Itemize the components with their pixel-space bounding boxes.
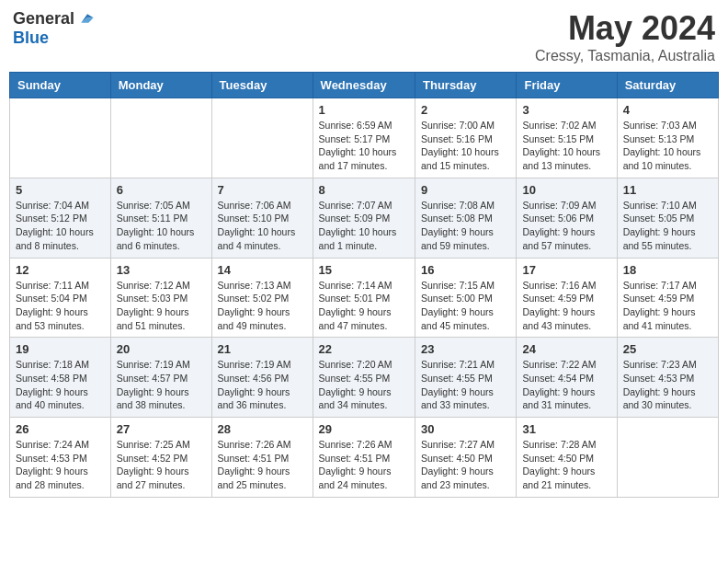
day-info: Sunrise: 7:04 AM Sunset: 5:12 PM Dayligh… [16, 199, 105, 253]
day-number: 11 [623, 183, 712, 197]
day-number: 26 [16, 422, 105, 436]
calendar-cell: 22Sunrise: 7:20 AM Sunset: 4:55 PM Dayli… [313, 338, 415, 418]
logo-blue-text: Blue [13, 29, 49, 48]
logo-bird-icon [76, 10, 95, 29]
day-number: 3 [522, 103, 610, 117]
weekday-header-wednesday: Wednesday [313, 73, 415, 98]
day-info: Sunrise: 7:27 AM Sunset: 4:50 PM Dayligh… [421, 438, 510, 492]
calendar-cell: 16Sunrise: 7:15 AM Sunset: 5:00 PM Dayli… [415, 258, 517, 338]
calendar-cell: 25Sunrise: 7:23 AM Sunset: 4:53 PM Dayli… [617, 338, 718, 418]
day-number: 29 [319, 422, 409, 436]
day-number: 7 [218, 183, 307, 197]
day-info: Sunrise: 7:23 AM Sunset: 4:53 PM Dayligh… [623, 358, 712, 412]
calendar-cell: 7Sunrise: 7:06 AM Sunset: 5:10 PM Daylig… [211, 178, 313, 258]
day-number: 22 [319, 342, 409, 356]
day-number: 28 [218, 422, 307, 436]
day-info: Sunrise: 7:26 AM Sunset: 4:51 PM Dayligh… [319, 438, 409, 492]
day-number: 13 [117, 263, 206, 277]
location-title: Cressy, Tasmania, Australia [535, 48, 715, 64]
day-info: Sunrise: 7:10 AM Sunset: 5:05 PM Dayligh… [623, 199, 712, 253]
calendar-cell: 13Sunrise: 7:12 AM Sunset: 5:03 PM Dayli… [110, 258, 211, 338]
day-info: Sunrise: 7:16 AM Sunset: 4:59 PM Dayligh… [522, 279, 610, 333]
weekday-header-monday: Monday [110, 73, 211, 98]
calendar-cell: 23Sunrise: 7:21 AM Sunset: 4:55 PM Dayli… [415, 338, 517, 418]
day-number: 21 [218, 342, 307, 356]
day-info: Sunrise: 7:28 AM Sunset: 4:50 PM Dayligh… [522, 438, 610, 492]
day-info: Sunrise: 7:17 AM Sunset: 4:59 PM Dayligh… [623, 279, 712, 333]
calendar-cell [617, 418, 718, 498]
day-info: Sunrise: 7:02 AM Sunset: 5:15 PM Dayligh… [522, 119, 610, 173]
day-info: Sunrise: 7:25 AM Sunset: 4:52 PM Dayligh… [117, 438, 206, 492]
calendar-cell: 4Sunrise: 7:03 AM Sunset: 5:13 PM Daylig… [617, 98, 718, 178]
day-info: Sunrise: 7:18 AM Sunset: 4:58 PM Dayligh… [16, 358, 105, 412]
day-info: Sunrise: 7:15 AM Sunset: 5:00 PM Dayligh… [421, 279, 510, 333]
day-number: 17 [522, 263, 610, 277]
calendar-cell: 30Sunrise: 7:27 AM Sunset: 4:50 PM Dayli… [415, 418, 517, 498]
calendar-cell: 1Sunrise: 6:59 AM Sunset: 5:17 PM Daylig… [313, 98, 415, 178]
day-number: 30 [421, 422, 510, 436]
day-number: 19 [16, 342, 105, 356]
day-info: Sunrise: 7:11 AM Sunset: 5:04 PM Dayligh… [16, 279, 105, 333]
calendar-cell: 24Sunrise: 7:22 AM Sunset: 4:54 PM Dayli… [517, 338, 617, 418]
calendar-cell: 21Sunrise: 7:19 AM Sunset: 4:56 PM Dayli… [211, 338, 313, 418]
calendar-cell: 3Sunrise: 7:02 AM Sunset: 5:15 PM Daylig… [517, 98, 617, 178]
logo-general-text: General [13, 9, 74, 29]
day-info: Sunrise: 7:22 AM Sunset: 4:54 PM Dayligh… [522, 358, 610, 412]
day-info: Sunrise: 7:05 AM Sunset: 5:11 PM Dayligh… [117, 199, 206, 253]
calendar-cell: 31Sunrise: 7:28 AM Sunset: 4:50 PM Dayli… [517, 418, 617, 498]
calendar-row-5: 26Sunrise: 7:24 AM Sunset: 4:53 PM Dayli… [10, 418, 719, 498]
calendar-row-3: 12Sunrise: 7:11 AM Sunset: 5:04 PM Dayli… [10, 258, 719, 338]
calendar-cell: 12Sunrise: 7:11 AM Sunset: 5:04 PM Dayli… [10, 258, 111, 338]
calendar-row-1: 1Sunrise: 6:59 AM Sunset: 5:17 PM Daylig… [10, 98, 719, 178]
day-number: 24 [522, 342, 610, 356]
calendar-cell: 26Sunrise: 7:24 AM Sunset: 4:53 PM Dayli… [10, 418, 111, 498]
day-info: Sunrise: 6:59 AM Sunset: 5:17 PM Dayligh… [319, 119, 409, 173]
calendar-cell: 10Sunrise: 7:09 AM Sunset: 5:06 PM Dayli… [517, 178, 617, 258]
day-info: Sunrise: 7:19 AM Sunset: 4:57 PM Dayligh… [117, 358, 206, 412]
day-info: Sunrise: 7:00 AM Sunset: 5:16 PM Dayligh… [421, 119, 510, 173]
day-info: Sunrise: 7:14 AM Sunset: 5:01 PM Dayligh… [319, 279, 409, 333]
calendar-cell: 29Sunrise: 7:26 AM Sunset: 4:51 PM Dayli… [313, 418, 415, 498]
calendar-cell: 17Sunrise: 7:16 AM Sunset: 4:59 PM Dayli… [517, 258, 617, 338]
weekday-header-tuesday: Tuesday [211, 73, 313, 98]
weekday-header-sunday: Sunday [10, 73, 111, 98]
day-number: 10 [522, 183, 610, 197]
day-number: 8 [319, 183, 409, 197]
day-number: 23 [421, 342, 510, 356]
logo: General Blue [13, 9, 95, 48]
weekday-header-row: SundayMondayTuesdayWednesdayThursdayFrid… [10, 73, 719, 98]
day-number: 15 [319, 263, 409, 277]
day-number: 4 [623, 103, 712, 117]
calendar-cell: 18Sunrise: 7:17 AM Sunset: 4:59 PM Dayli… [617, 258, 718, 338]
day-info: Sunrise: 7:03 AM Sunset: 5:13 PM Dayligh… [623, 119, 712, 173]
calendar-cell: 6Sunrise: 7:05 AM Sunset: 5:11 PM Daylig… [110, 178, 211, 258]
day-info: Sunrise: 7:24 AM Sunset: 4:53 PM Dayligh… [16, 438, 105, 492]
day-info: Sunrise: 7:21 AM Sunset: 4:55 PM Dayligh… [421, 358, 510, 412]
day-number: 18 [623, 263, 712, 277]
day-number: 16 [421, 263, 510, 277]
calendar-row-2: 5Sunrise: 7:04 AM Sunset: 5:12 PM Daylig… [10, 178, 719, 258]
day-number: 9 [421, 183, 510, 197]
day-info: Sunrise: 7:09 AM Sunset: 5:06 PM Dayligh… [522, 199, 610, 253]
day-number: 25 [623, 342, 712, 356]
day-info: Sunrise: 7:12 AM Sunset: 5:03 PM Dayligh… [117, 279, 206, 333]
weekday-header-saturday: Saturday [617, 73, 718, 98]
calendar-cell [10, 98, 111, 178]
day-number: 27 [117, 422, 206, 436]
day-info: Sunrise: 7:13 AM Sunset: 5:02 PM Dayligh… [218, 279, 307, 333]
calendar-cell: 11Sunrise: 7:10 AM Sunset: 5:05 PM Dayli… [617, 178, 718, 258]
calendar-cell: 27Sunrise: 7:25 AM Sunset: 4:52 PM Dayli… [110, 418, 211, 498]
calendar-cell: 14Sunrise: 7:13 AM Sunset: 5:02 PM Dayli… [211, 258, 313, 338]
calendar-cell: 9Sunrise: 7:08 AM Sunset: 5:08 PM Daylig… [415, 178, 517, 258]
day-number: 1 [319, 103, 409, 117]
day-number: 6 [117, 183, 206, 197]
day-info: Sunrise: 7:20 AM Sunset: 4:55 PM Dayligh… [319, 358, 409, 412]
calendar-cell: 5Sunrise: 7:04 AM Sunset: 5:12 PM Daylig… [10, 178, 111, 258]
page-header: General Blue May 2024 Cressy, Tasmania, … [9, 9, 719, 64]
calendar-cell: 15Sunrise: 7:14 AM Sunset: 5:01 PM Dayli… [313, 258, 415, 338]
day-info: Sunrise: 7:19 AM Sunset: 4:56 PM Dayligh… [218, 358, 307, 412]
calendar-cell: 20Sunrise: 7:19 AM Sunset: 4:57 PM Dayli… [110, 338, 211, 418]
calendar-cell [211, 98, 313, 178]
calendar-cell: 2Sunrise: 7:00 AM Sunset: 5:16 PM Daylig… [415, 98, 517, 178]
weekday-header-friday: Friday [517, 73, 617, 98]
